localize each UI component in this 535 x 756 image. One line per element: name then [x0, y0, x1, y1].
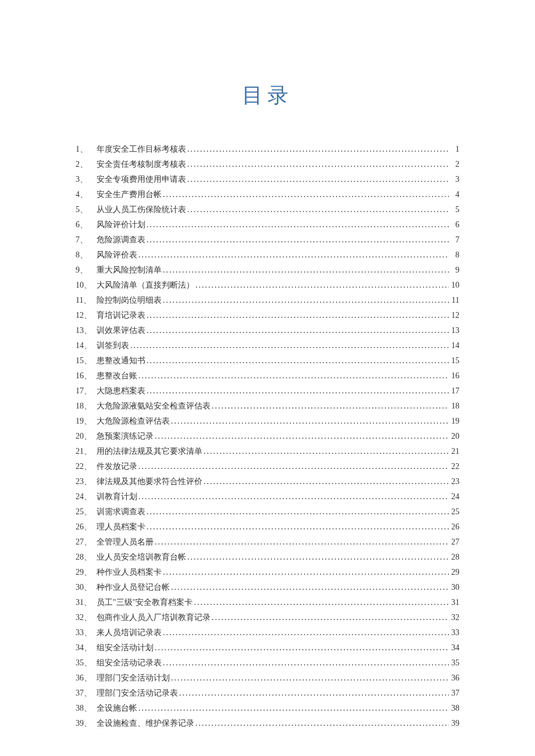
- toc-number: 21、: [76, 444, 97, 459]
- toc-page-number: 34: [449, 640, 459, 655]
- toc-page-number: 11: [449, 293, 459, 308]
- toc-label: 全管理人员名册: [97, 535, 154, 550]
- toc-page-number: 8: [449, 248, 459, 263]
- toc-leader-dots: [145, 519, 449, 535]
- toc-entry[interactable]: 19、大危险源检查评估表19: [76, 414, 459, 429]
- toc-label: 训教育计划: [97, 489, 137, 504]
- toc-label: 组安全活动记录表: [97, 655, 162, 671]
- toc-label: 业人员安全培训教育台帐: [97, 550, 186, 565]
- toc-entry[interactable]: 9、重大风险控制清单9: [76, 263, 459, 278]
- toc-page-number: 7: [449, 232, 459, 248]
- toc-number: 16、: [76, 368, 97, 384]
- toc-entry[interactable]: 8、风险评价表8: [76, 248, 459, 263]
- toc-label: 重大风险控制清单: [97, 263, 162, 278]
- toc-entry[interactable]: 10、大风险清单（直接判断法）10: [76, 278, 459, 293]
- toc-number: 9、: [76, 263, 97, 278]
- toc-entry[interactable]: 29、种作业人员档案卡29: [76, 565, 459, 580]
- toc-leader-dots: [162, 263, 449, 278]
- toc-page-number: 21: [449, 444, 459, 459]
- toc-leader-dots: [170, 414, 449, 429]
- toc-label: 育培训记录表: [97, 308, 145, 323]
- toc-entry[interactable]: 31、员工"三级"安全教育档案卡31: [76, 595, 459, 610]
- toc-entry[interactable]: 5、从业人员工伤保险统计表5: [76, 202, 459, 217]
- toc-entry[interactable]: 36、理部门安全活动计划36: [76, 671, 459, 686]
- toc-number: 27、: [76, 535, 97, 550]
- toc-entry[interactable]: 28、业人员安全培训教育台帐28: [76, 550, 459, 565]
- toc-number: 22、: [76, 459, 97, 474]
- toc-number: 15、: [76, 353, 97, 368]
- toc-number: 14、: [76, 338, 97, 353]
- toc-page-number: 37: [449, 686, 459, 701]
- toc-entry[interactable]: 26、理人员档案卡26: [76, 519, 459, 535]
- toc-leader-dots: [145, 217, 449, 232]
- toc-page-number: 14: [449, 338, 459, 353]
- toc-entry[interactable]: 18、大危险源液氨站安全检查评估表18: [76, 399, 459, 414]
- toc-page-number: 29: [449, 565, 459, 580]
- page-title: 目录: [76, 81, 459, 110]
- toc-entry[interactable]: 35、组安全活动记录表35: [76, 655, 459, 671]
- toc-entry[interactable]: 14、训签到表14: [76, 338, 459, 353]
- toc-leader-dots: [137, 489, 449, 504]
- toc-entry[interactable]: 37、理部门安全活动记录表37: [76, 686, 459, 701]
- toc-number: 1、: [76, 142, 97, 157]
- toc-leader-dots: [162, 565, 449, 580]
- toc-entry[interactable]: 17、大隐患档案表17: [76, 384, 459, 399]
- toc-leader-dots: [137, 459, 449, 474]
- toc-leader-dots: [162, 625, 449, 640]
- toc-number: 2、: [76, 157, 97, 172]
- toc-entry[interactable]: 27、全管理人员名册27: [76, 535, 459, 550]
- toc-entry[interactable]: 3、安全专项费用使用申请表3: [76, 172, 459, 187]
- toc-label: 安全生产费用台帐: [97, 187, 162, 202]
- toc-leader-dots: [202, 444, 449, 459]
- toc-entry[interactable]: 6、风险评价计划6: [76, 217, 459, 232]
- toc-entry[interactable]: 34、组安全活动计划34: [76, 640, 459, 655]
- toc-entry[interactable]: 11、险控制岗位明细表11: [76, 293, 459, 308]
- toc-entry[interactable]: 30、种作业人员登记台帐30: [76, 580, 459, 595]
- toc-entry[interactable]: 1、年度安全工作目标考核表1: [76, 142, 459, 157]
- toc-page-number: 33: [449, 625, 459, 640]
- toc-number: 31、: [76, 595, 97, 610]
- toc-label: 件发放记录: [97, 459, 137, 474]
- table-of-contents: 1、年度安全工作目标考核表12、安全责任考核制度考核表23、安全专项费用使用申请…: [76, 142, 459, 731]
- toc-label: 从业人员工伤保险统计表: [97, 202, 186, 217]
- toc-entry[interactable]: 12、育培训记录表12: [76, 308, 459, 323]
- toc-entry[interactable]: 15、患整改通知书15: [76, 353, 459, 368]
- toc-leader-dots: [145, 504, 449, 519]
- toc-label: 种作业人员档案卡: [97, 565, 162, 580]
- toc-page-number: 26: [449, 519, 459, 535]
- toc-label: 员工"三级"安全教育档案卡: [97, 595, 192, 610]
- toc-entry[interactable]: 33、来人员培训记录表33: [76, 625, 459, 640]
- toc-number: 10、: [76, 278, 97, 293]
- toc-page-number: 13: [449, 323, 459, 338]
- toc-entry[interactable]: 22、件发放记录22: [76, 459, 459, 474]
- toc-label: 患整改台账: [97, 368, 137, 384]
- toc-entry[interactable]: 13、训效果评估表13: [76, 323, 459, 338]
- toc-label: 包商作业人员入厂培训教育记录: [97, 610, 211, 625]
- toc-label: 理部门安全活动计划: [97, 671, 170, 686]
- toc-number: 26、: [76, 519, 97, 535]
- toc-leader-dots: [137, 248, 449, 263]
- toc-leader-dots: [129, 338, 449, 353]
- toc-entry[interactable]: 32、包商作业人员入厂培训教育记录32: [76, 610, 459, 625]
- toc-entry[interactable]: 21、用的法律法规及其它要求清单21: [76, 444, 459, 459]
- toc-label: 用的法律法规及其它要求清单: [97, 444, 202, 459]
- toc-page-number: 15: [449, 353, 459, 368]
- toc-entry[interactable]: 39、全设施检查、维护保养记录39: [76, 716, 459, 731]
- toc-page-number: 9: [449, 263, 459, 278]
- toc-entry[interactable]: 38、全设施台帐38: [76, 701, 459, 716]
- toc-entry[interactable]: 20、急预案演练记录20: [76, 429, 459, 444]
- toc-leader-dots: [178, 686, 449, 701]
- toc-label: 全设施检查、维护保养记录: [97, 716, 194, 731]
- toc-entry[interactable]: 4、安全生产费用台帐4: [76, 187, 459, 202]
- toc-entry[interactable]: 24、训教育计划24: [76, 489, 459, 504]
- toc-entry[interactable]: 25、训需求调查表25: [76, 504, 459, 519]
- toc-entry[interactable]: 7、危险源调查表7: [76, 232, 459, 248]
- toc-label: 危险源调查表: [97, 232, 145, 248]
- toc-entry[interactable]: 2、安全责任考核制度考核表2: [76, 157, 459, 172]
- toc-entry[interactable]: 23、律法规及其他要求符合性评价23: [76, 474, 459, 489]
- toc-number: 3、: [76, 172, 97, 187]
- toc-number: 32、: [76, 610, 97, 625]
- toc-page-number: 38: [449, 701, 459, 716]
- toc-entry[interactable]: 16、患整改台账16: [76, 368, 459, 384]
- toc-number: 4、: [76, 187, 97, 202]
